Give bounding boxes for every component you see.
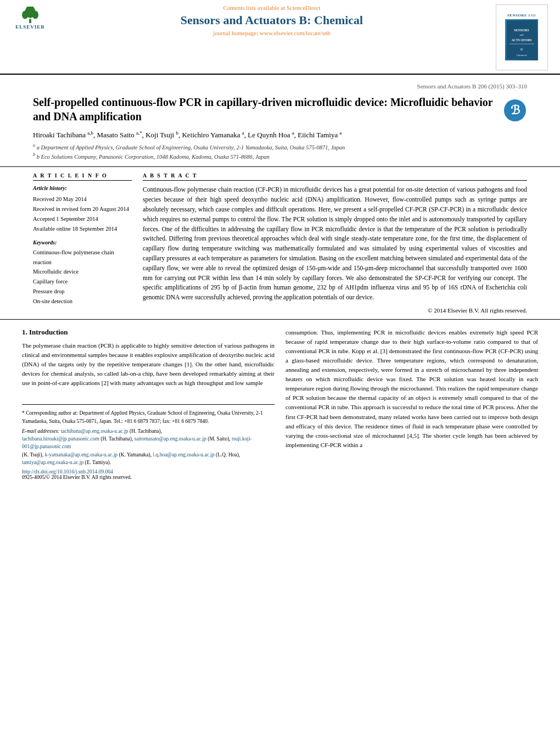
article-header: Sensors and Actuators B 206 (2015) 303–3… xyxy=(0,75,560,167)
email-name-7: (E. Tamiya). xyxy=(85,460,111,465)
svg-text:Chemical: Chemical xyxy=(516,54,527,57)
email-link-5[interactable]: k-yamanaka@ap.eng.osaka-u.ac.jp xyxy=(44,452,117,458)
history-label: Article history: xyxy=(33,185,132,191)
journal-homepage: journal homepage: www.elsevier.com/locat… xyxy=(60,30,483,36)
page: ELSEVIER Contents lists available at Sci… xyxy=(0,0,560,742)
sensors-badge-area: SENSORS and SENSORS and ACTUATORS B Chem… xyxy=(494,4,549,70)
affiliation-b: b b Eco Solutions Company, Panasonic Cor… xyxy=(33,152,527,160)
email-name-1: (H. Tachibana), xyxy=(130,428,162,434)
elsevier-logo: ELSEVIER xyxy=(11,4,49,32)
corresponding-author-note: * Corresponding author at: Department of… xyxy=(22,409,275,425)
authors-line: Hiroaki Tachibana a,b, Masato Saito a,*,… xyxy=(33,130,527,140)
elsevier-logo-area: ELSEVIER xyxy=(11,4,49,32)
elsevier-tree-icon xyxy=(19,7,41,23)
affiliation-a: a a Department of Applied Physics, Gradu… xyxy=(33,143,527,150)
badge-title-sensors: SENSORS and xyxy=(507,13,536,18)
journal-header: ELSEVIER Contents lists available at Sci… xyxy=(0,0,560,75)
main-content: 1. Introduction The polymerase chain rea… xyxy=(0,320,560,486)
email-name-4: (K. Tsuji), xyxy=(22,452,43,458)
article-info-col: A R T I C L E I N F O Article history: R… xyxy=(33,172,132,314)
email-link-7[interactable]: tamiya@ap.eng.osaka-u.ac.jp xyxy=(22,460,83,465)
svg-point-2 xyxy=(22,11,28,19)
svg-rect-0 xyxy=(29,19,31,24)
sciencedirect-link[interactable]: ScienceDirect xyxy=(287,4,321,11)
main-col-left: 1. Introduction The polymerase chain rea… xyxy=(22,328,275,480)
article-info-abstract: A R T I C L E I N F O Article history: R… xyxy=(33,172,527,314)
email-name-3: (M. Saito), xyxy=(208,436,230,442)
homepage-link[interactable]: www.elsevier.com/locate/snb xyxy=(260,30,331,36)
section1-col2-text: consumption. Thus, implementing PCR in m… xyxy=(285,328,538,450)
received-date: Received 20 May 2014 Received in revised… xyxy=(33,194,132,233)
abstract-col: A B S T R A C T Continuous-flow polymera… xyxy=(143,172,527,314)
svg-text:B: B xyxy=(520,47,523,52)
email-link-6[interactable]: l.q.hoa@ap.eng.osaka-u.ac.jp xyxy=(153,452,215,458)
crossmark-icon: ℬ xyxy=(505,100,525,121)
svg-text:SENSORS: SENSORS xyxy=(514,29,529,32)
elsevier-text: ELSEVIER xyxy=(15,24,45,30)
journal-info: Contents lists available at ScienceDirec… xyxy=(49,4,494,36)
keywords-label: Keywords: xyxy=(33,239,132,246)
footnote-area: * Corresponding author at: Department of… xyxy=(22,404,275,480)
svg-text:ℬ: ℬ xyxy=(510,103,520,117)
badge-graphic: SENSORS and ACTUATORS B Chemical xyxy=(507,20,537,59)
section1-title: 1. Introduction xyxy=(22,328,275,337)
keyword-3: Capillary force xyxy=(33,277,132,287)
keyword-5: On-site detection xyxy=(33,297,132,306)
email-name-5: (K. Yamanaka), xyxy=(119,452,152,458)
email-name-6: (L.Q. Hoa), xyxy=(216,452,240,458)
email-name-2: (H. Tachibana), xyxy=(100,436,133,442)
email-link-2[interactable]: tachibana.hiroaki@jp.panasonic.com xyxy=(22,436,99,442)
keyword-4: Pressure drop xyxy=(33,287,132,297)
abstract-heading: A B S T R A C T xyxy=(143,172,527,181)
abstract-text: Continuous-flow polymerase chain reactio… xyxy=(143,185,527,303)
crossmark-logo: ℬ xyxy=(504,99,526,121)
svg-text:ACTUATORS: ACTUATORS xyxy=(511,38,532,42)
article-title: Self-propelled continuous-flow PCR in ca… xyxy=(33,95,527,124)
journal-title: Sensors and Actuators B: Chemical xyxy=(60,13,483,27)
citation-bar: Sensors and Actuators B 206 (2015) 303–3… xyxy=(33,83,527,90)
citation-text: Sensors and Actuators B 206 (2015) 303–3… xyxy=(417,83,527,90)
email-link-1[interactable]: tachibana@ap.eng.osaka-u.ac.jp xyxy=(61,428,128,434)
svg-point-3 xyxy=(32,11,38,19)
section-number: 1. xyxy=(22,328,27,336)
crossmark-badge[interactable]: ℬ xyxy=(502,98,527,122)
keyword-2: Microfluidic device xyxy=(33,267,132,277)
issn-line: 0925-4005/© 2014 Elsevier B.V. All right… xyxy=(22,475,275,480)
email-link-3[interactable]: saitomasato@ap.eng.osaka-u.ac.jp xyxy=(135,436,206,442)
svg-text:and: and xyxy=(519,34,524,36)
article-body-section: A R T I C L E I N F O Article history: R… xyxy=(0,167,560,320)
badge-image: SENSORS and ACTUATORS B Chemical xyxy=(505,19,538,60)
main-col-right: consumption. Thus, implementing PCR in m… xyxy=(285,328,538,480)
sciencedirect-line: Contents lists available at ScienceDirec… xyxy=(60,4,483,11)
copyright-line: © 2014 Elsevier B.V. All rights reserved… xyxy=(143,307,527,314)
doi-link[interactable]: http://dx.doi.org/10.1016/j.snb.2014.09.… xyxy=(22,469,275,475)
section1-col1-text: The polymerase chain reaction (PCR) is a… xyxy=(22,341,275,388)
keyword-1: Continuous-flow polymerase chain reactio… xyxy=(33,248,132,267)
email-notes: E-mail addresses: tachibana@ap.eng.osaka… xyxy=(22,427,275,466)
article-info-heading: A R T I C L E I N F O xyxy=(33,172,132,181)
sensors-actuators-badge: SENSORS and SENSORS and ACTUATORS B Chem… xyxy=(496,4,548,70)
